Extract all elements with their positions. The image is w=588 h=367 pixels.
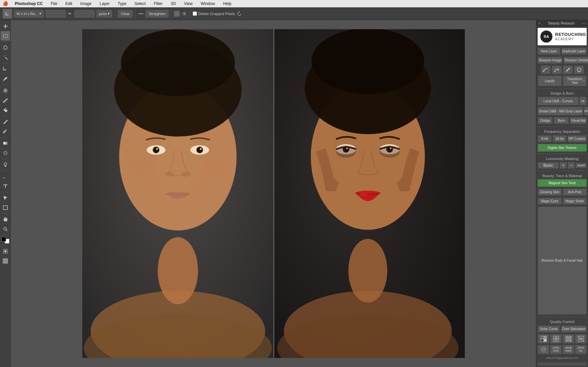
transform-tool-button[interactable]: Transform Tool ✏ — [563, 75, 587, 86]
tool-shape[interactable] — [1, 203, 10, 212]
magic-smile-button[interactable]: Magic Smile — [563, 198, 587, 205]
tool-eraser[interactable] — [1, 127, 10, 136]
tool-brush[interactable] — [1, 96, 10, 105]
tool-text[interactable] — [1, 181, 10, 191]
menu-file[interactable]: File — [49, 1, 58, 7]
straighten-icon[interactable] — [138, 11, 144, 16]
unit-dropdown[interactable]: px/in ▾ — [97, 10, 112, 17]
reset-icon[interactable] — [237, 11, 242, 16]
tool-mask[interactable] — [1, 247, 10, 256]
qc-btn-1[interactable] — [538, 334, 549, 344]
lum-minus-button[interactable]: – — [568, 162, 575, 169]
apple-logo[interactable]: 🍎 — [3, 1, 8, 6]
liquify-button[interactable]: Liquify — [538, 75, 562, 86]
straighten-button[interactable]: Straighten — [146, 10, 168, 17]
tool-lasso[interactable] — [1, 43, 10, 52]
tool-clone-stamp[interactable] — [1, 105, 10, 115]
tool-move[interactable] — [1, 21, 10, 31]
tool-pen[interactable] — [1, 172, 10, 181]
global-db-button[interactable]: Global D&B - Mid Gray Layer — [538, 107, 583, 115]
tool-history-brush[interactable] — [1, 117, 10, 126]
tool-hand[interactable] — [1, 215, 10, 224]
swap-icon[interactable] — [68, 11, 72, 16]
tool-eyedropper[interactable] — [1, 74, 10, 84]
local-db-curves-button[interactable]: Local D&B - Curves — [538, 97, 579, 105]
dodge-button[interactable]: Dodge — [538, 117, 553, 124]
scroll-indicator[interactable] — [538, 362, 587, 366]
global-db-edit-icon[interactable]: ✏ — [584, 107, 588, 115]
tool-heal[interactable] — [1, 86, 10, 95]
tool-blur[interactable] — [1, 148, 10, 158]
burn-button[interactable]: Burn — [554, 117, 569, 124]
local-db-edit-icon[interactable]: ✏ — [579, 97, 587, 105]
glowing-skin-button[interactable]: Glowing Skin — [538, 189, 562, 196]
width-input[interactable] — [46, 10, 66, 17]
over-saturation-button[interactable]: Over-Saturation — [561, 325, 587, 332]
crop-tool-icon[interactable] — [3, 9, 12, 18]
lum-plus-button[interactable]: + — [559, 162, 567, 169]
logo-text: RETOUCHING ACADEMY — [555, 32, 586, 41]
tool-zoom[interactable] — [1, 224, 10, 234]
sharpen-image-button[interactable]: Sharpen Image — [538, 57, 562, 64]
remove-hair-button[interactable]: Remove Body & Facial Hair — [538, 206, 587, 315]
sharpen-details-button[interactable]: Sharpen Details — [564, 57, 588, 64]
height-input[interactable] — [75, 10, 95, 17]
anti-pink-button[interactable]: Anti-Pink — [563, 189, 587, 196]
apple-icon[interactable]: 🍎 — [3, 1, 8, 6]
menu-select[interactable]: Select — [133, 1, 147, 7]
menu-3d[interactable]: 3D — [169, 1, 177, 7]
qc-save-web-btn[interactable]: SAVEWEB — [562, 345, 574, 354]
lum-basic-button[interactable]: Basic — [538, 162, 559, 169]
8bit-button[interactable]: 8-bit — [538, 135, 552, 142]
menu-view[interactable]: View — [183, 1, 194, 7]
magical-skin-tone-button[interactable]: Magical Skin Tone — [538, 179, 587, 187]
svg-point-58 — [390, 148, 391, 149]
menu-filter[interactable]: Filter — [152, 1, 164, 7]
qc-btn-3[interactable] — [562, 334, 574, 344]
path-select-icon-btn[interactable] — [552, 65, 562, 74]
tool-magic-wand[interactable] — [1, 53, 10, 62]
16bit-button[interactable]: 16-bit — [553, 135, 567, 142]
hp-custom-button[interactable]: HP Custom — [568, 135, 587, 142]
svg-point-46 — [348, 239, 387, 303]
tool-path-select[interactable] — [1, 193, 10, 203]
menu-edit[interactable]: Edit — [64, 1, 74, 7]
pen-curve-icon-btn[interactable] — [541, 65, 551, 74]
section-divider-3 — [538, 154, 587, 154]
app-name[interactable]: Photoshop CC — [13, 1, 44, 7]
digital-skin-texture-button[interactable]: Digital Skin Texture — [538, 144, 587, 152]
visual-aid-button[interactable]: Visual Aid — [570, 117, 587, 124]
menu-type[interactable]: Type — [116, 1, 128, 7]
solar-curve-button[interactable]: Solar Curve — [538, 325, 560, 332]
tool-screen-mode[interactable] — [1, 256, 10, 266]
qc-btn-4[interactable] — [575, 334, 587, 344]
menu-window[interactable]: Window — [199, 1, 216, 7]
tool-dodge[interactable] — [1, 160, 10, 169]
menu-layer[interactable]: Layer — [98, 1, 111, 7]
settings-icon[interactable] — [182, 11, 187, 16]
panel-collapse-icon[interactable]: × — [538, 21, 540, 25]
duplicate-layer-button[interactable]: Duplicate Layer — [561, 48, 587, 55]
color-swatches[interactable] — [1, 237, 9, 244]
qc-btn-2[interactable] — [550, 334, 562, 344]
menu-image[interactable]: Image — [79, 1, 93, 7]
foreground-color-swatch[interactable] — [1, 237, 6, 242]
tool-gradient[interactable] — [1, 139, 10, 148]
panel-close-icon[interactable]: — — [582, 21, 586, 25]
clear-button[interactable]: Clear — [118, 10, 133, 17]
delete-cropped-label[interactable]: Delete Cropped Pixels — [193, 11, 235, 16]
qc-size-btn[interactable]: 120%SIZE — [550, 345, 562, 354]
menu-help[interactable]: Help — [222, 1, 233, 7]
new-layer-button[interactable]: New Layer — [538, 48, 560, 55]
tool-crop[interactable] — [1, 64, 10, 74]
qc-layers-btn[interactable] — [538, 345, 549, 354]
tool-marquee[interactable] — [1, 31, 10, 41]
lum-invert-button[interactable]: Invert — [576, 163, 587, 168]
delete-cropped-checkbox[interactable] — [193, 11, 197, 16]
magic-eyes-button[interactable]: Magic Eyes — [538, 198, 562, 205]
lasso-icon-btn[interactable] — [574, 65, 584, 74]
overlay-icon[interactable] — [174, 11, 180, 16]
qc-save-as-btn[interactable]: SAVEAS — [575, 345, 587, 354]
brush-icon-btn[interactable] — [563, 65, 573, 74]
crop-preset-dropdown[interactable]: W x H x Re... ▾ — [14, 10, 44, 17]
